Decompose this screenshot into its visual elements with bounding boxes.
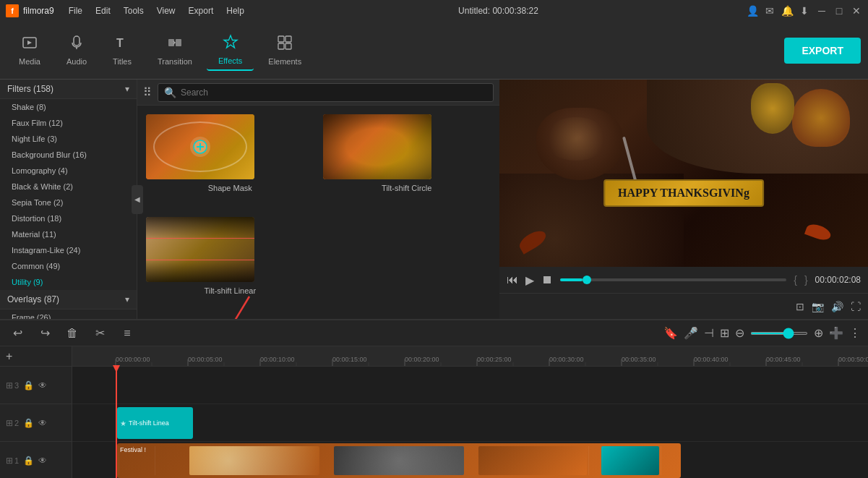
filter-distortion[interactable]: Distortion (18) [0,210,137,226]
effect-tilt-linear[interactable]: Tilt-shift Linear [146,217,314,311]
zoom-in-icon[interactable]: ⊕ [814,326,823,340]
search-input[interactable] [181,88,487,98]
zoom-slider[interactable] [750,332,808,335]
add-track-icon[interactable]: + [6,350,12,363]
zoom-out-icon[interactable]: ⊖ [735,326,744,340]
svg-rect-11 [285,43,291,49]
menu-help[interactable]: Help [220,4,250,18]
ruler-mark-3: 00:00:15:00 [332,356,367,363]
preview-controls: ⏮ ▶ ⏹ { } 00:00:02:08 [499,267,868,293]
track-1-eye-icon[interactable]: 👁 [38,456,47,466]
volume-button[interactable]: 🔊 [831,301,843,312]
tilt-clip-star-icon: ★ [120,419,126,427]
track-2-lock-icon[interactable]: 🔒 [23,418,34,428]
menu-view[interactable]: View [151,4,181,18]
filter-faux-film[interactable]: Faux Film (12) [0,115,137,131]
toolbar-titles[interactable]: T Titles [101,30,143,70]
mic-icon[interactable]: 🎤 [684,326,698,340]
filter-sepia[interactable]: Sepia Tone (2) [0,195,137,210]
track-2-number: ⊞2 [6,418,19,428]
timeline-ruler: 00:00:00:00 00:00:05:00 00:00:10:00 00:0… [72,346,868,367]
cut-button[interactable]: ✂ [90,323,110,343]
preview-panel: HAPPY THANKSGIVINg ⏮ ▶ ⏹ { } 00:00:02:08… [499,80,868,319]
menu-tools[interactable]: Tools [118,4,150,18]
progress-dot [583,276,591,284]
close-button[interactable]: ✕ [851,5,862,17]
track-1-lock-icon[interactable]: 🔒 [23,456,34,466]
audio-label: Audio [66,57,87,66]
notification-icon[interactable]: 🔔 [781,5,793,17]
snapshot-button[interactable]: 📷 [812,301,824,312]
app-logo: f filmora9 [6,4,54,17]
toolbar-effects[interactable]: Effects [207,30,254,71]
preview-tool-1[interactable]: ⊡ [796,301,804,312]
bookmark-icon[interactable]: 🔖 [663,326,678,340]
ruler-mark-7: 00:00:35:00 [622,356,656,363]
effect-shape-mask[interactable]: Shape Mask [146,114,314,208]
filter-shake[interactable]: Shake (8) [0,99,137,115]
transition-icon [167,35,183,54]
toolbar-transition[interactable]: Transition [146,30,204,70]
svg-rect-8 [278,36,284,42]
maximize-button[interactable]: □ [833,5,845,17]
track-2-eye-icon[interactable]: 👁 [38,418,47,428]
panel-collapse-handle[interactable]: ◀ [132,185,143,214]
fullscreen-button[interactable]: ⛶ [851,301,861,312]
track-1-label: ⊞1 🔒 👁 [0,442,72,478]
filter-frame[interactable]: Frame (26) [0,310,137,319]
filter-black-white[interactable]: Black & White (2) [0,179,137,195]
filters-header[interactable]: Filters (158) ▾ [0,80,137,99]
delete-button[interactable]: 🗑 [62,323,82,343]
add-media-icon[interactable]: ⊞ [720,326,729,340]
toolbar-audio[interactable]: Audio [55,30,98,70]
shape-mask-add-btn[interactable] [190,137,210,157]
track-3-lock-icon[interactable]: 🔒 [23,380,34,390]
elements-label: Elements [268,57,301,66]
toolbar-media[interactable]: Media [7,30,52,70]
out-marker: } [804,274,808,286]
stop-button[interactable]: ⏹ [541,273,553,286]
progress-bar[interactable] [560,278,786,281]
download-icon[interactable]: ⬇ [799,5,810,17]
export-button[interactable]: EXPORT [784,38,861,64]
more-icon[interactable]: ⋮ [849,326,861,340]
filter-night-life[interactable]: Night Life (3) [0,131,137,147]
timeline-ruler-area: 00:00:00:00 00:00:05:00 00:00:10:00 00:0… [72,346,868,478]
tilt-clip[interactable]: ★ Tilt-shift Linea [117,407,193,439]
account-icon[interactable]: 👤 [747,5,758,17]
festival-clip[interactable]: Festival ! [117,443,681,478]
effect-tilt-circle[interactable]: Tilt-shift Circle [323,114,491,208]
filter-instagram[interactable]: Instagram-Like (24) [0,242,137,258]
menu-bar: File Edit Tools View Export Help [63,4,250,18]
track-3-number: ⊞3 [6,380,19,390]
track-3-label: ⊞3 🔒 👁 [0,367,72,404]
filter-background-blur[interactable]: Background Blur (16) [0,147,137,163]
shape-mask-label: Shape Mask [146,184,314,192]
svg-marker-7 [224,35,237,48]
play-button[interactable]: ▶ [525,273,534,287]
settings-button[interactable]: ≡ [117,323,137,343]
track-2: ★ Tilt-shift Linea [72,404,868,442]
undo-button[interactable]: ↩ [7,323,27,343]
skip-back-button[interactable]: ⏮ [507,273,518,286]
menu-file[interactable]: File [63,4,88,18]
mail-icon[interactable]: ✉ [764,5,775,17]
filter-lomography[interactable]: Lomography (4) [0,163,137,179]
menu-edit[interactable]: Edit [90,4,116,18]
split-icon[interactable]: ⊣ [704,326,714,340]
menu-export[interactable]: Export [183,4,220,18]
ruler-mark-8: 00:00:40:00 [694,356,729,363]
toolbar-elements[interactable]: Elements [257,30,313,70]
redo-button[interactable]: ↪ [35,323,55,343]
ruler-mark-10: 00:00:50:00 [838,356,868,363]
media-icon [22,35,38,54]
minimize-button[interactable]: ─ [816,5,828,17]
add-icon[interactable]: ➕ [829,326,843,340]
overlays-header[interactable]: Overlays (87) ▾ [0,290,137,310]
ruler-mark-1: 00:00:05:00 [188,356,223,363]
grid-view-icon[interactable]: ⠿ [143,85,152,99]
filter-utility[interactable]: Utility (9) [0,274,137,290]
filter-material[interactable]: Material (11) [0,226,137,242]
track-3-eye-icon[interactable]: 👁 [38,380,47,390]
filter-common[interactable]: Common (49) [0,258,137,274]
